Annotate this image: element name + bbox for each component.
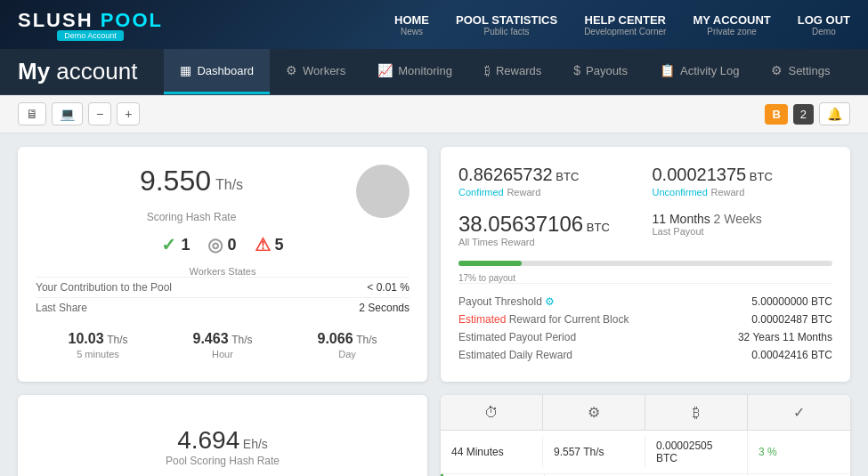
toolbar-left: 🖥 💻 − + xyxy=(18,102,140,125)
unconfirmed-reward-unit: BTC xyxy=(750,170,773,183)
daily-reward-row: Estimated Daily Reward 0.00042416 BTC xyxy=(458,346,832,364)
contribution-label: Your Contribution to the Pool xyxy=(36,281,172,294)
tab-activity-log[interactable]: 📋 Activity Log xyxy=(644,49,755,94)
rewards-grid: 0.86265732 BTC Confirmed Reward 0.000213… xyxy=(458,165,832,247)
avatar xyxy=(356,165,410,218)
monitoring-icon: 📈 xyxy=(377,63,393,77)
payout-threshold-row: Payout Threshold ⚙ 5.00000000 BTC xyxy=(458,293,832,311)
top-nav-links: HOME News POOL STATISTICS Public facts H… xyxy=(394,13,850,36)
inactive-worker-icon: ◎ xyxy=(207,234,223,255)
last-share-value: 2 Seconds xyxy=(359,302,410,314)
secondary-navigation: My account ▦ Dashboard ⚙ Workers 📈 Monit… xyxy=(0,49,868,95)
unconfirmed-reward-value: 0.00021375 xyxy=(653,165,747,184)
row1-hashrate: 9.557 Th/s xyxy=(543,437,645,467)
last-payout-months: 11 Months xyxy=(653,212,710,226)
zoom-in-button[interactable]: + xyxy=(117,102,140,125)
toolbar: 🖥 💻 − + B 2 🔔 xyxy=(0,95,868,133)
logo[interactable]: SLUSH POOL Demo Account xyxy=(18,9,163,41)
pct-column-header: ✓ xyxy=(748,395,850,430)
last-payout-label: Last Payout xyxy=(653,226,833,237)
desktop-view-button[interactable]: 🖥 xyxy=(18,102,46,125)
row1-time: 44 Minutes xyxy=(441,437,543,467)
last-payout-weeks: 2 Weeks xyxy=(714,212,762,226)
pool-hashrate-label: Pool Scoring Hash Rate xyxy=(36,455,410,467)
mini-hashrates: 10.03 Th/s 5 minutes 9.463 Th/s Hour 9.0… xyxy=(36,331,410,359)
estimated-reward-row: Estimated Reward for Current Block 0.000… xyxy=(458,311,832,328)
tab-dashboard[interactable]: ▦ Dashboard xyxy=(164,49,270,94)
settings-icon: ⚙ xyxy=(771,63,783,77)
main-content: 9.550 Th/s Scoring Hash Rate ✓ 1 ◎ 0 ⚠ 5… xyxy=(0,133,868,476)
pool-hashrate-section: 4.694 Eh/s xyxy=(36,426,410,455)
contribution-value: < 0.01 % xyxy=(367,281,410,294)
inactive-workers-stat: ◎ 0 xyxy=(207,234,236,255)
payout-details: Payout Threshold ⚙ 5.00000000 BTC Estima… xyxy=(458,283,832,364)
nav-logout[interactable]: LOG OUT Demo xyxy=(798,13,850,36)
confirmed-reward: 0.86265732 BTC Confirmed Reward xyxy=(458,165,639,198)
workers-label: Workers States xyxy=(36,266,410,277)
all-times-reward: 38.05637106 BTC All Times Reward xyxy=(458,212,639,247)
tab-workers[interactable]: ⚙ Workers xyxy=(270,49,361,94)
hashrate-unit: Th/s xyxy=(215,177,243,193)
payout-period-label: Estimated Payout Period xyxy=(458,331,576,343)
active-worker-icon: ✓ xyxy=(161,234,176,255)
unconfirmed-reward: 0.00021375 BTC Unconfirmed Reward xyxy=(653,165,833,198)
unconfirmed-sublabel: Reward xyxy=(710,187,744,198)
active-workers-stat: ✓ 1 xyxy=(161,234,190,255)
daily-reward-label: Estimated Daily Reward xyxy=(458,349,572,361)
estimated-reward-value: 0.00002487 BTC xyxy=(751,313,832,326)
laptop-view-button[interactable]: 💻 xyxy=(52,102,83,125)
hashrate-card: 9.550 Th/s Scoring Hash Rate ✓ 1 ◎ 0 ⚠ 5… xyxy=(18,147,427,382)
settings-gear-icon[interactable]: ⚙ xyxy=(545,295,555,308)
demo-badge: Demo Account xyxy=(57,30,124,41)
workers-icon: ⚙ xyxy=(286,63,297,77)
payouts-icon: $ xyxy=(573,63,580,77)
rewards-card: 0.86265732 BTC Confirmed Reward 0.000213… xyxy=(441,147,850,382)
nav-my-account[interactable]: MY ACCOUNT Private zone xyxy=(693,13,770,36)
row1-pct: 3 % xyxy=(748,437,850,467)
payout-progress-bar xyxy=(458,261,522,266)
all-times-unit: BTC xyxy=(587,221,610,234)
all-times-label: All Times Reward xyxy=(458,237,639,247)
pool-hashrate-value: 4.694 xyxy=(177,426,239,454)
logo-text: SLUSH POOL xyxy=(18,9,163,32)
top-navigation: SLUSH POOL Demo Account HOME News POOL S… xyxy=(0,0,868,49)
payout-period-row: Estimated Payout Period 32 Years 11 Mont… xyxy=(458,328,832,346)
scoring-hashrate-section: 9.550 Th/s xyxy=(36,165,347,198)
tab-settings[interactable]: ⚙ Settings xyxy=(755,49,846,94)
progress-label: 17% to payout xyxy=(458,273,832,283)
hashrate-hour: 9.463 Th/s Hour xyxy=(192,331,252,359)
daily-reward-value: 0.00042416 BTC xyxy=(751,349,832,361)
payout-threshold-label: Payout Threshold ⚙ xyxy=(458,295,555,308)
toolbar-right: B 2 🔔 xyxy=(765,102,850,125)
payout-progress-bar-container xyxy=(458,261,832,266)
contribution-row: Your Contribution to the Pool < 0.01 % xyxy=(36,277,410,297)
hashrate-column-header: ⚙ xyxy=(543,395,645,430)
nav-home[interactable]: HOME News xyxy=(394,13,429,36)
nav-pool-statistics[interactable]: POOL STATISTICS Public facts xyxy=(456,13,557,36)
confirmed-reward-unit: BTC xyxy=(556,170,579,183)
tab-rewards[interactable]: ₿ Rewards xyxy=(468,49,557,94)
payout-period-value: 32 Years 11 Months xyxy=(738,331,832,343)
rewards-icon: ₿ xyxy=(484,63,491,77)
tab-monitoring[interactable]: 📈 Monitoring xyxy=(361,49,468,94)
error-worker-count: 5 xyxy=(275,236,284,254)
nav-tabs: ▦ Dashboard ⚙ Workers 📈 Monitoring ₿ Rew… xyxy=(164,49,846,94)
bell-button[interactable]: 🔔 xyxy=(819,102,850,125)
tab-payouts[interactable]: $ Payouts xyxy=(557,49,644,94)
table-row: 44 Minutes 9.557 Th/s 0.00002505 BTC 3 % xyxy=(441,431,850,474)
zoom-out-button[interactable]: − xyxy=(88,102,111,125)
confirmed-sublabel: Reward xyxy=(507,187,540,198)
table-header: ⏱ ⚙ ₿ ✓ xyxy=(441,395,850,431)
pool-hashrate-card: 4.694 Eh/s Pool Scoring Hash Rate xyxy=(18,395,427,476)
btc-column-header: ₿ xyxy=(645,395,748,430)
estimated-reward-label: Estimated Reward for Current Block xyxy=(458,313,629,326)
hashrate-label: Scoring Hash Rate xyxy=(36,211,347,223)
nav-help-center[interactable]: HELP CENTER Development Corner xyxy=(584,13,666,36)
time-column-header: ⏱ xyxy=(441,395,543,430)
error-worker-icon: ⚠ xyxy=(255,234,271,255)
workers-section: ✓ 1 ◎ 0 ⚠ 5 xyxy=(36,234,410,255)
activity-log-icon: 📋 xyxy=(660,63,675,77)
stats-table-card: ⏱ ⚙ ₿ ✓ 44 Minutes 9.557 Th/s 0.00002505… xyxy=(441,395,850,476)
payout-threshold-value: 5.00000000 BTC xyxy=(751,295,832,308)
confirmed-label: Confirmed xyxy=(458,187,504,198)
